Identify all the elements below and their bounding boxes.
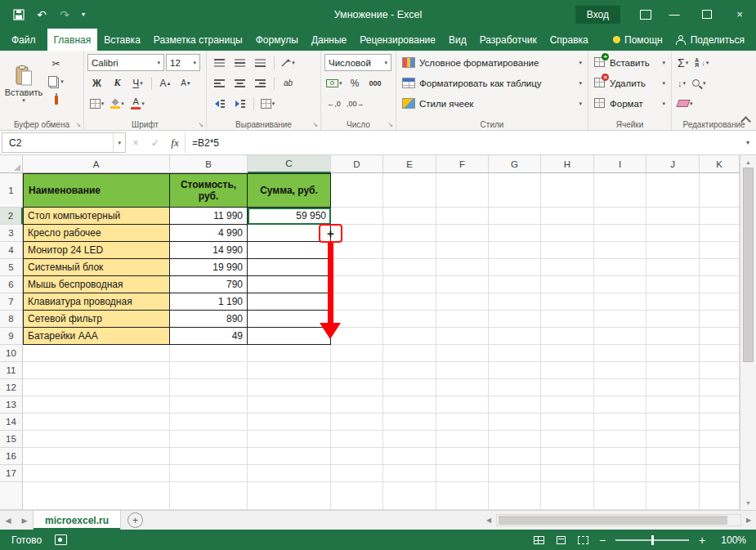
- cell-F15[interactable]: [436, 431, 489, 448]
- cell-H5[interactable]: [541, 259, 594, 276]
- cell-F1[interactable]: [436, 173, 489, 208]
- ribbon-tab-3[interactable]: Формулы: [249, 29, 305, 51]
- cell-I12[interactable]: [594, 379, 646, 396]
- cut-button[interactable]: ✂: [47, 55, 65, 73]
- column-header-K[interactable]: K: [700, 155, 740, 173]
- align-left-button[interactable]: [210, 74, 229, 92]
- cell-K7[interactable]: [700, 293, 740, 311]
- signin-button[interactable]: Вход: [575, 6, 620, 24]
- underline-button[interactable]: Ч▾: [128, 74, 147, 92]
- align-center-button[interactable]: [230, 74, 249, 92]
- cell-B16[interactable]: [170, 448, 248, 465]
- cell-C4[interactable]: [248, 242, 331, 259]
- cell-B9[interactable]: 49: [170, 328, 248, 345]
- column-header-C[interactable]: C: [248, 155, 331, 173]
- cell-E3[interactable]: [383, 225, 436, 242]
- row-header-3[interactable]: 3: [0, 225, 23, 242]
- align-bottom-button[interactable]: [251, 54, 270, 72]
- cell-H11[interactable]: [541, 362, 594, 379]
- qat-customize-icon[interactable]: ▾: [77, 4, 90, 25]
- cell-J11[interactable]: [646, 362, 700, 379]
- cell-J13[interactable]: [646, 396, 700, 414]
- zoom-out-button[interactable]: −: [594, 534, 611, 547]
- close-button[interactable]: ×: [723, 0, 756, 29]
- cell-E4[interactable]: [383, 242, 436, 259]
- copy-button[interactable]: ▾: [47, 73, 65, 91]
- cell-K16[interactable]: [700, 448, 740, 465]
- cell-H7[interactable]: [541, 293, 594, 311]
- cell-A5[interactable]: Системный блок: [23, 259, 170, 276]
- minimize-button[interactable]: —: [658, 0, 691, 29]
- cell-D5[interactable]: [331, 259, 383, 276]
- cell-A9[interactable]: Батарейки AAA: [23, 328, 170, 345]
- cell-J5[interactable]: [646, 259, 700, 276]
- cell-D16[interactable]: [331, 448, 383, 465]
- comma-format-button[interactable]: 000: [366, 74, 385, 92]
- select-all-button[interactable]: [0, 155, 23, 173]
- cell-J4[interactable]: [646, 242, 700, 259]
- row-header-9[interactable]: 9: [0, 328, 23, 345]
- column-header-A[interactable]: A: [23, 155, 170, 173]
- cell-H2[interactable]: [541, 208, 594, 225]
- cell-E16[interactable]: [383, 448, 436, 465]
- cell-A13[interactable]: [23, 396, 170, 414]
- cell-E14[interactable]: [383, 414, 436, 431]
- cell-I2[interactable]: [594, 208, 646, 225]
- align-middle-button[interactable]: [230, 54, 249, 72]
- share-button[interactable]: Поделиться: [669, 34, 751, 46]
- bold-button[interactable]: Ж: [87, 74, 106, 92]
- format-cells-button[interactable]: Формат ▾: [589, 93, 670, 114]
- font-color-button[interactable]: А▾: [128, 95, 147, 113]
- row-header-15[interactable]: 15: [0, 431, 23, 448]
- dialog-launcher-icon[interactable]: ↘: [387, 121, 393, 128]
- cell-I5[interactable]: [594, 259, 646, 276]
- row-header-2[interactable]: 2: [0, 208, 23, 225]
- ribbon-tab-1[interactable]: Вставка: [97, 29, 147, 51]
- page-break-view-icon[interactable]: [572, 530, 594, 550]
- cell-D11[interactable]: [331, 362, 383, 379]
- delete-cells-button[interactable]: Удалить ▾: [589, 73, 670, 93]
- cell-I7[interactable]: [594, 293, 646, 311]
- formula-input[interactable]: =B2*5: [185, 132, 740, 153]
- cell-G2[interactable]: [489, 208, 541, 225]
- cell-F3[interactable]: [436, 225, 489, 242]
- cell-H12[interactable]: [541, 379, 594, 396]
- cell-H6[interactable]: [541, 276, 594, 293]
- macro-record-icon[interactable]: [55, 534, 67, 545]
- cell-D14[interactable]: [331, 414, 383, 431]
- cell-G5[interactable]: [489, 259, 541, 276]
- cell-H4[interactable]: [541, 242, 594, 259]
- cell-I17[interactable]: [594, 465, 646, 482]
- cell-J6[interactable]: [646, 276, 700, 293]
- cell-G3[interactable]: [489, 225, 541, 242]
- format-painter-button[interactable]: [47, 91, 65, 109]
- cell-H14[interactable]: [541, 414, 594, 431]
- ribbon-tab-8[interactable]: Справка: [544, 29, 595, 51]
- row-header-11[interactable]: 11: [0, 362, 23, 379]
- ribbon-tab-6[interactable]: Вид: [442, 29, 473, 51]
- cell-F11[interactable]: [436, 362, 489, 379]
- cell-A15[interactable]: [23, 431, 170, 448]
- cell-F13[interactable]: [436, 396, 489, 414]
- cell-F7[interactable]: [436, 293, 489, 311]
- cell-B10[interactable]: [170, 345, 248, 362]
- cell-I15[interactable]: [594, 431, 646, 448]
- orientation-button[interactable]: ▾: [279, 54, 297, 72]
- cell-I6[interactable]: [594, 276, 646, 293]
- cell-D7[interactable]: [331, 293, 383, 311]
- cell-G17[interactable]: [489, 465, 541, 482]
- cell-K15[interactable]: [700, 431, 740, 448]
- cell-A4[interactable]: Монитор 24 LED: [23, 242, 170, 259]
- cell-G1[interactable]: [489, 173, 541, 208]
- zoom-in-button[interactable]: +: [694, 534, 710, 547]
- cell-J7[interactable]: [646, 293, 700, 311]
- cell-J16[interactable]: [646, 448, 700, 465]
- tab-file[interactable]: Файл: [0, 29, 47, 51]
- cell-K14[interactable]: [700, 414, 740, 431]
- sheet-next-icon[interactable]: ▶: [16, 511, 33, 530]
- enter-icon[interactable]: ✓: [145, 131, 165, 154]
- cell-A6[interactable]: Мышь беспроводная: [23, 276, 170, 293]
- cell-B8[interactable]: 890: [170, 311, 248, 328]
- zoom-level[interactable]: 100%: [717, 534, 746, 546]
- cell-C8[interactable]: [248, 311, 331, 328]
